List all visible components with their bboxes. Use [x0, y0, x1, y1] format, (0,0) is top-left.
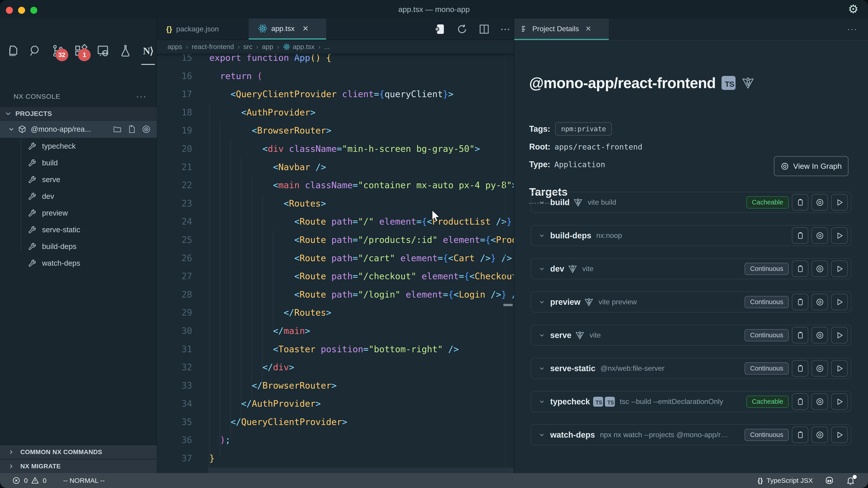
- run-target-button[interactable]: [831, 194, 848, 210]
- copy-task-button[interactable]: [792, 294, 808, 310]
- cacheable-badge: Cacheable: [746, 396, 789, 408]
- nx-console-icon[interactable]: N⟩: [140, 40, 157, 62]
- notifications-bell-icon[interactable]: [846, 476, 855, 485]
- typescript-badge: TS: [721, 76, 736, 90]
- run-target-button[interactable]: [831, 360, 848, 377]
- split-editor-icon[interactable]: [478, 23, 490, 35]
- graph-eye-icon: [780, 162, 789, 170]
- breadcrumb-item[interactable]: app: [262, 43, 273, 51]
- run-target-button[interactable]: [831, 260, 848, 277]
- close-tab-icon[interactable]: ✕: [302, 24, 309, 33]
- breadcrumb-separator: ›: [277, 43, 279, 51]
- copilot-icon[interactable]: [825, 476, 834, 485]
- more-actions-icon[interactable]: ⋯: [500, 23, 510, 35]
- code-line-36: 36 );: [157, 431, 514, 449]
- target-card-dev[interactable]: devviteContinuous: [531, 258, 851, 279]
- language-mode[interactable]: {} TypeScript JSX: [758, 477, 813, 484]
- copy-task-button[interactable]: [792, 260, 808, 277]
- breadcrumb-item[interactable]: app.tsx: [283, 43, 315, 51]
- braces-icon: {}: [758, 477, 763, 484]
- extensions-icon[interactable]: 1: [72, 40, 89, 62]
- target-card-typecheck[interactable]: typecheckTSTStsc --build --emitDeclarati…: [531, 391, 851, 412]
- tree-item-dev[interactable]: dev: [0, 188, 157, 205]
- breadcrumb-item[interactable]: src: [243, 43, 252, 51]
- panel-more-icon[interactable]: ···: [847, 19, 858, 40]
- target-icon[interactable]: [142, 125, 151, 134]
- run-target-button[interactable]: [831, 227, 848, 244]
- react-icon: [258, 24, 268, 33]
- view-target-graph-button[interactable]: [811, 427, 828, 443]
- breadcrumb-separator: ›: [186, 43, 188, 51]
- target-card-build-deps[interactable]: build-depsnx:noop: [531, 225, 851, 246]
- breadcrumb-item[interactable]: ...: [324, 43, 330, 51]
- breadcrumb-separator: ›: [318, 43, 320, 51]
- run-target-button[interactable]: [831, 327, 848, 344]
- view-target-graph-button[interactable]: [811, 227, 828, 244]
- close-panel-icon[interactable]: ✕: [585, 24, 591, 33]
- view-target-graph-button[interactable]: [811, 260, 828, 277]
- copy-task-button[interactable]: [792, 360, 808, 377]
- tree-item-serve-static[interactable]: serve-static: [0, 221, 157, 238]
- view-target-graph-button[interactable]: [811, 194, 828, 210]
- error-icon: [12, 477, 20, 485]
- run-target-button[interactable]: [831, 294, 848, 310]
- wrench-icon: [28, 242, 37, 251]
- tree-item-build[interactable]: build: [0, 155, 157, 171]
- copy-task-button[interactable]: [792, 427, 808, 443]
- run-target-button[interactable]: [831, 427, 848, 443]
- warnings-indicator[interactable]: 0: [31, 477, 46, 485]
- tree-item-build-deps[interactable]: build-deps: [0, 238, 157, 255]
- project-targets-list: typecheckbuildservedevpreviewserve-stati…: [0, 138, 157, 271]
- run-target-button[interactable]: [831, 393, 848, 410]
- nx-migrate-section[interactable]: NX MIGRATE: [0, 459, 157, 473]
- tree-item-serve[interactable]: serve: [0, 171, 157, 188]
- tab-app-tsx[interactable]: app.tsx ✕: [249, 19, 326, 39]
- tab-project-details[interactable]: Project Details ✕: [514, 19, 609, 40]
- view-in-graph-button[interactable]: View In Graph: [774, 156, 848, 176]
- projects-section-header[interactable]: PROJECTS: [0, 107, 157, 120]
- vim-mode-indicator[interactable]: -- NORMAL --: [63, 477, 105, 484]
- target-name: serve: [550, 330, 571, 340]
- source-control-badge: 32: [56, 48, 68, 61]
- refresh-icon[interactable]: [456, 23, 468, 35]
- breadcrumb: apps›react-frontend›src›app›app.tsx›...: [157, 40, 514, 54]
- explorer-icon[interactable]: [4, 40, 21, 62]
- remote-explorer-icon[interactable]: [94, 40, 112, 62]
- tab-package-json[interactable]: {} package.json: [157, 19, 249, 39]
- tree-item-typecheck[interactable]: typecheck: [0, 138, 157, 155]
- code-editor[interactable]: 15export function App() {16 return (17 <…: [157, 54, 514, 488]
- target-card-watch-deps[interactable]: watch-depsnpx nx watch --projects @mono-…: [531, 424, 851, 445]
- gear-icon[interactable]: ⚙: [848, 3, 859, 15]
- view-target-graph-button[interactable]: [811, 294, 828, 310]
- breadcrumb-item[interactable]: react-frontend: [192, 43, 234, 51]
- tree-item-preview[interactable]: preview: [0, 205, 157, 221]
- tree-item-project[interactable]: @mono-app/rea...: [0, 121, 157, 138]
- testing-icon[interactable]: [117, 40, 134, 62]
- common-nx-commands-section[interactable]: COMMON NX COMMANDS: [0, 445, 157, 459]
- copy-task-button[interactable]: [792, 194, 808, 210]
- list-icon: [521, 25, 528, 33]
- sidebar-more-icon[interactable]: ···: [136, 92, 147, 101]
- source-control-icon[interactable]: 32: [49, 40, 66, 62]
- chevron-down-icon: [538, 232, 545, 239]
- folder-icon[interactable]: [113, 125, 122, 134]
- target-card-serve[interactable]: serveviteContinuous: [531, 325, 851, 346]
- search-icon[interactable]: [27, 40, 44, 62]
- target-card-build[interactable]: buildvite buildCacheable: [531, 192, 851, 213]
- copy-task-button[interactable]: [792, 327, 808, 344]
- refresh-file-icon[interactable]: [127, 125, 136, 134]
- target-card-preview[interactable]: previewvite previewContinuous: [531, 291, 851, 313]
- errors-indicator[interactable]: 0: [12, 477, 28, 485]
- open-project-config-icon[interactable]: [433, 23, 446, 35]
- copy-task-button[interactable]: [792, 227, 808, 244]
- breadcrumb-item[interactable]: apps: [167, 43, 182, 51]
- view-target-graph-button[interactable]: [811, 393, 828, 410]
- target-command: vite: [590, 331, 601, 339]
- copy-task-button[interactable]: [792, 393, 808, 410]
- view-target-graph-button[interactable]: [811, 327, 828, 344]
- code-line-29: 29 </Routes>: [157, 304, 514, 322]
- view-target-graph-button[interactable]: [811, 360, 828, 377]
- target-label: dev: [42, 192, 54, 201]
- tree-item-watch-deps[interactable]: watch-deps: [0, 255, 157, 271]
- target-card-serve-static[interactable]: serve-static@nx/web:file-serverContinuou…: [531, 358, 851, 379]
